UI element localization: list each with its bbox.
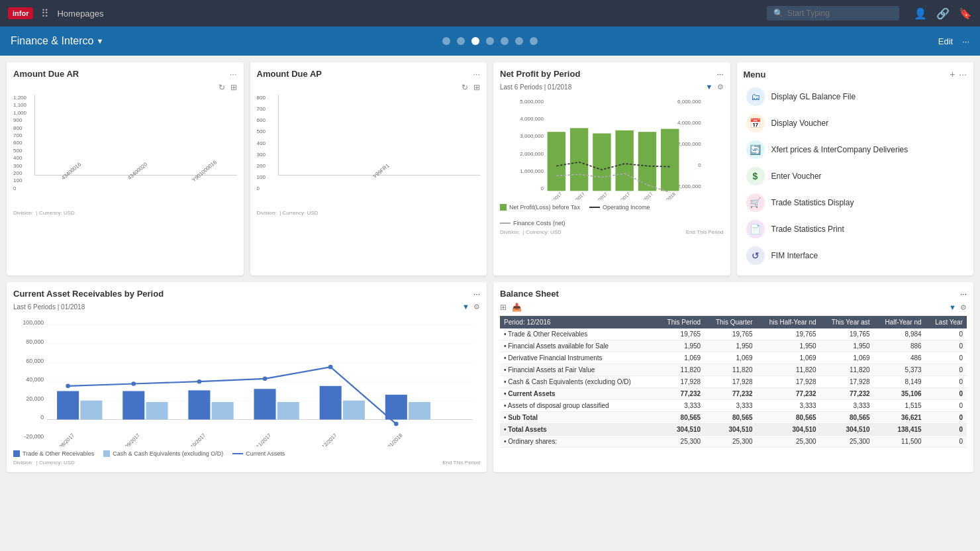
display-voucher-label: Display Voucher <box>771 119 829 128</box>
svg-rect-11 <box>548 132 565 191</box>
apps-icon[interactable]: ⠿ <box>41 7 49 20</box>
trade-print-icon: 📄 <box>746 220 765 238</box>
current-assets-more-button[interactable]: ··· <box>473 289 480 299</box>
homepages-link[interactable]: Homepages <box>57 9 103 19</box>
balance-settings-icon[interactable]: ⚙ <box>960 303 967 312</box>
ap-more-button[interactable]: ··· <box>473 69 480 79</box>
svg-text:3,000,000: 3,000,000 <box>520 133 544 139</box>
np-more-button[interactable]: ··· <box>716 70 723 79</box>
ar-title: Amount Due AR <box>13 69 79 79</box>
menu-item-xfert[interactable]: 🔄 Xfert prices & InterCompany Deliveries <box>744 136 967 163</box>
current-assets-card: Current Asset Receivables by Period ··· … <box>7 282 487 472</box>
ar-bar-1: 43400016 <box>40 168 98 175</box>
card-header-np: Net Profit by Period ··· <box>500 69 724 79</box>
amount-due-ap-card: Amount Due AP ··· ↻ ⊞ 800700600500400300… <box>250 62 487 276</box>
menu-header-icons: + ··· <box>950 69 967 79</box>
svg-text:0: 0 <box>40 414 44 421</box>
menu-item-trade-display[interactable]: 🛒 Trade Statistics Display <box>744 189 967 216</box>
svg-text:1,000,000: 1,000,000 <box>520 168 544 174</box>
menu-more-button[interactable]: ··· <box>959 69 967 79</box>
balance-col-half-year: his Half-Year nd <box>757 316 820 328</box>
menu-add-icon[interactable]: + <box>950 69 955 79</box>
ca-legend-3: Current Assets <box>232 450 285 457</box>
ap-bar-1: Y99FR1 <box>292 168 467 175</box>
bookmark-icon[interactable]: 🔖 <box>959 7 972 20</box>
svg-text:0: 0 <box>698 162 701 168</box>
header-actions: Edit ··· <box>938 36 969 46</box>
dot-2[interactable] <box>457 37 465 45</box>
dot-4[interactable] <box>486 37 494 45</box>
svg-text:11/2017: 11/2017 <box>255 432 272 446</box>
ar-refresh-icon[interactable]: ↻ <box>219 83 225 92</box>
menu-card-header: Menu + ··· <box>744 69 967 79</box>
user-icon[interactable]: 👤 <box>914 7 927 20</box>
ar-y-axis: 1,2001,1001,0009008007006005004003002001… <box>13 95 26 191</box>
balance-table-icon[interactable]: ⊞ <box>500 303 507 312</box>
nav-user-icons: 👤 🔗 🔖 <box>914 7 972 20</box>
menu-item-display-voucher[interactable]: 📅 Display Voucher <box>744 110 967 136</box>
svg-rect-43 <box>277 402 299 419</box>
svg-text:10/2017: 10/2017 <box>189 432 207 446</box>
ca-chart-svg: 100,000 80,000 60,000 40,000 20,000 0 -2… <box>13 314 480 446</box>
svg-rect-47 <box>409 402 430 419</box>
np-legend: Net Profit(Loss) before Tax Operating In… <box>500 204 724 226</box>
svg-text:0: 0 <box>540 185 544 191</box>
gl-balance-icon: 🗂 <box>746 87 765 106</box>
np-filter-icon[interactable]: ▼ <box>706 83 713 91</box>
dot-7[interactable] <box>530 37 538 45</box>
search-input[interactable] <box>787 9 880 18</box>
svg-text:80,000: 80,000 <box>26 338 44 345</box>
trade-print-label: Trade Statistics Print <box>771 225 844 234</box>
ar-chart: 1,2001,1001,0009008007006005004003002001… <box>13 95 237 207</box>
menu-item-fim-interface[interactable]: ↺ FIM Interface <box>744 242 967 269</box>
edit-button[interactable]: Edit <box>938 36 953 46</box>
ar-export-icon[interactable]: ⊞ <box>230 83 237 92</box>
menu-item-trade-print[interactable]: 📄 Trade Statistics Print <box>744 216 967 242</box>
svg-text:12/2017: 12/2017 <box>320 432 338 446</box>
svg-text:5,000,000: 5,000,000 <box>520 99 544 105</box>
title-dropdown-icon[interactable]: ▼ <box>96 37 103 45</box>
svg-point-48 <box>66 384 70 389</box>
trade-display-label: Trade Statistics Display <box>771 198 854 207</box>
current-assets-title: Current Asset Receivables by Period <box>13 289 164 299</box>
enter-voucher-icon: $ <box>746 167 765 185</box>
svg-text:08/2017: 08/2017 <box>548 191 563 200</box>
ca-settings-icon[interactable]: ⚙ <box>473 303 480 311</box>
balance-col-last-year: Last Year <box>926 316 967 328</box>
balance-row-3: • Financial Assets at Fair Value 11,820 … <box>500 364 967 376</box>
svg-text:20,000: 20,000 <box>26 395 44 402</box>
ca-footer: Division: | Currency: USD End This Perio… <box>13 460 480 466</box>
balance-filter-icon[interactable]: ▼ <box>949 303 956 312</box>
search-bar[interactable]: 🔍 <box>767 6 899 21</box>
ca-filter-icons: ▼ ⚙ <box>462 303 480 311</box>
xfert-icon: 🔄 <box>746 140 765 159</box>
svg-rect-42 <box>254 389 276 419</box>
ap-title: Amount Due AP <box>257 69 322 79</box>
balance-export-icon[interactable]: 📥 <box>512 303 522 312</box>
np-settings-icon[interactable]: ⚙ <box>717 83 724 91</box>
dot-5[interactable] <box>501 37 509 45</box>
dot-1[interactable] <box>442 37 450 45</box>
header-more-button[interactable]: ··· <box>962 36 969 46</box>
svg-rect-39 <box>146 402 168 419</box>
balance-row-7: • Sub Total 80,565 80,565 80,565 80,565 … <box>500 412 967 424</box>
ar-more-button[interactable]: ··· <box>230 69 237 79</box>
ar-bar-2: 43400020 <box>107 168 165 175</box>
menu-item-enter-voucher[interactable]: $ Enter Voucher <box>744 163 967 189</box>
balance-sheet-card: Balance Sheet ··· ⊞ 📥 ▼ ⚙ Period: 12/201… <box>493 282 973 472</box>
ap-export-icon[interactable]: ⊞ <box>473 83 480 92</box>
svg-point-50 <box>197 379 202 384</box>
svg-text:60,000: 60,000 <box>26 358 44 364</box>
svg-text:4,000,000: 4,000,000 <box>520 116 544 122</box>
dot-6[interactable] <box>515 37 523 45</box>
infor-logo[interactable]: infor <box>8 7 33 19</box>
np-legend-1: Net Profit(Loss) before Tax <box>500 204 580 211</box>
svg-text:12/2017: 12/2017 <box>638 191 654 200</box>
balance-sheet-more-button[interactable]: ··· <box>960 289 967 299</box>
card-header-ar: Amount Due AR ··· <box>13 69 237 79</box>
dot-3[interactable] <box>471 37 479 45</box>
ca-filter-icon[interactable]: ▼ <box>462 303 469 311</box>
share-icon[interactable]: 🔗 <box>936 7 950 20</box>
ap-refresh-icon[interactable]: ↻ <box>462 83 468 92</box>
menu-item-gl-balance[interactable]: 🗂 Display GL Balance File <box>744 83 967 110</box>
